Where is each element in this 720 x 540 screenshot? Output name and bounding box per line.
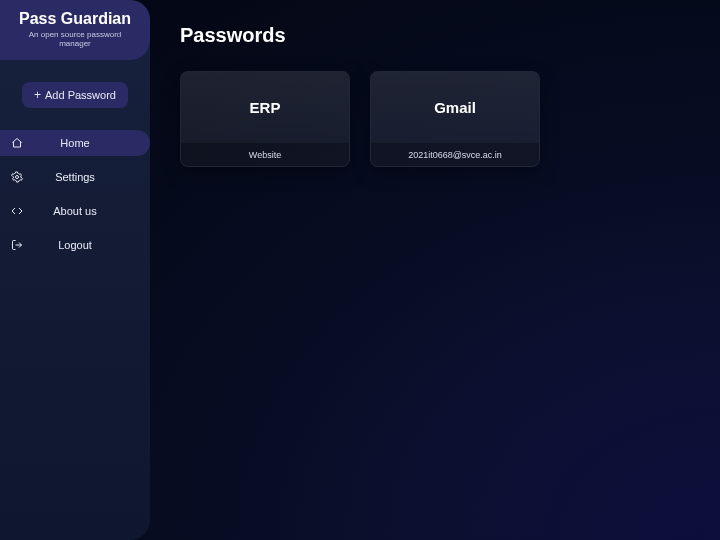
password-card[interactable]: ERP Website bbox=[180, 71, 350, 167]
logout-icon bbox=[10, 239, 24, 251]
nav-label: Settings bbox=[24, 171, 140, 183]
nav-label: About us bbox=[24, 205, 140, 217]
main-content: Passwords ERP Website Gmail 2021it0668@s… bbox=[150, 0, 720, 540]
gear-icon bbox=[10, 171, 24, 183]
password-card-subtitle: Website bbox=[181, 142, 349, 166]
password-card-subtitle: 2021it0668@svce.ac.in bbox=[371, 142, 539, 166]
password-card-title: ERP bbox=[181, 72, 349, 142]
page-title: Passwords bbox=[180, 24, 690, 47]
nav-item-settings[interactable]: Settings bbox=[0, 164, 150, 190]
brand-block: Pass Guardian An open source password ma… bbox=[0, 0, 150, 60]
password-card[interactable]: Gmail 2021it0668@svce.ac.in bbox=[370, 71, 540, 167]
nav-item-about[interactable]: About us bbox=[0, 198, 150, 224]
nav-label: Logout bbox=[24, 239, 140, 251]
nav-label: Home bbox=[24, 137, 140, 149]
add-password-wrap: + Add Password bbox=[0, 82, 150, 108]
add-password-button[interactable]: + Add Password bbox=[22, 82, 128, 108]
sidebar: Pass Guardian An open source password ma… bbox=[0, 0, 150, 540]
home-icon bbox=[10, 137, 24, 149]
nav-item-logout[interactable]: Logout bbox=[0, 232, 150, 258]
add-password-label: Add Password bbox=[45, 89, 116, 101]
code-icon bbox=[10, 205, 24, 217]
svg-point-0 bbox=[16, 176, 19, 179]
nav-item-home[interactable]: Home bbox=[0, 130, 150, 156]
brand-subtitle: An open source password manager bbox=[12, 30, 138, 48]
sidebar-nav: Home Settings About us Logout bbox=[0, 130, 150, 258]
plus-icon: + bbox=[34, 89, 41, 101]
password-card-list: ERP Website Gmail 2021it0668@svce.ac.in bbox=[180, 71, 690, 167]
brand-title: Pass Guardian bbox=[12, 10, 138, 28]
password-card-title: Gmail bbox=[371, 72, 539, 142]
